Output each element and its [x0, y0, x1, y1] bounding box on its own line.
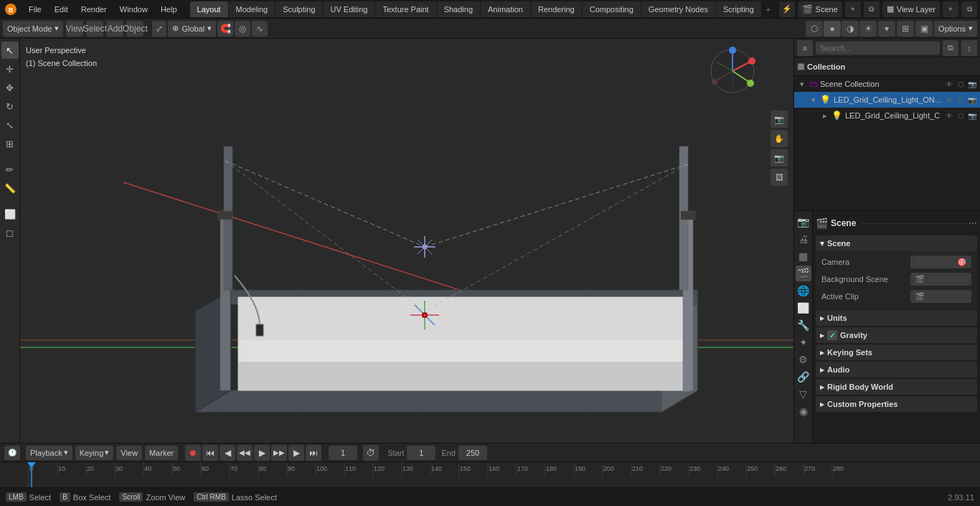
view-menu-btn[interactable]: View: [66, 21, 83, 37]
scene-copy-icon[interactable]: ⧉: [864, 1, 880, 17]
viewport-3d[interactable]: User Perspective (1) Scene Collection X …: [20, 39, 793, 443]
outliner-filter-btn[interactable]: ⧉: [943, 40, 958, 56]
xray-btn[interactable]: ▣: [915, 21, 933, 37]
properties-header-expand-btn[interactable]: ⋯: [969, 218, 977, 228]
proportional-btn[interactable]: ◎: [235, 21, 250, 37]
background-scene-value[interactable]: 🎬: [910, 273, 971, 286]
view-btn[interactable]: View: [116, 446, 142, 460]
outliner-view-btn[interactable]: ≡: [797, 40, 813, 56]
scene-section-header[interactable]: ▾ Scene: [816, 235, 977, 251]
activity-icon[interactable]: ⚡: [779, 1, 795, 17]
options-dropdown[interactable]: Options ▾: [934, 21, 977, 37]
item1-visibility-icon[interactable]: 👁: [944, 95, 954, 105]
view-layer-selector[interactable]: ▦ View Layer: [882, 1, 940, 17]
item1-viewport-icon[interactable]: ⬡: [956, 95, 966, 105]
item2-visibility-icon[interactable]: 👁: [944, 111, 954, 121]
render-btn[interactable]: 🖼: [771, 169, 788, 186]
object-props-icon[interactable]: ⬜: [796, 300, 811, 316]
record-btn[interactable]: ⏺: [185, 445, 201, 461]
material-props-icon[interactable]: ◉: [796, 403, 811, 419]
scene-props-icon[interactable]: 🎬: [796, 266, 811, 281]
add-cube-btn[interactable]: ⬜: [1, 205, 19, 222]
data-props-icon[interactable]: ▽: [796, 386, 811, 402]
constraints-props-icon[interactable]: 🔗: [796, 369, 811, 385]
rotate-tool-btn[interactable]: ↻: [1, 98, 19, 115]
view-layer-props-icon[interactable]: ▦: [796, 248, 811, 264]
outliner-item-led-2[interactable]: ▸ 💡 LED_Grid_Ceiling_Light_C 👁 ⬡ 📷: [794, 108, 980, 123]
keying-sets-header[interactable]: ▸ Keying Sets: [816, 345, 977, 360]
menu-file[interactable]: File: [23, 1, 47, 17]
wireframe-btn[interactable]: ⬡: [806, 21, 823, 37]
copy-view-layer-icon[interactable]: ⧉: [961, 1, 977, 17]
menu-render[interactable]: Render: [75, 1, 113, 17]
tab-shading[interactable]: Shading: [437, 1, 480, 17]
render-preview-btn[interactable]: ☀: [859, 21, 877, 37]
outliner-item-led-1[interactable]: ▾ 💡 LED_Grid_Ceiling_Light_ON_0 👁 ⬡ 📷: [794, 92, 980, 108]
active-clip-value[interactable]: 🎬: [910, 290, 971, 303]
next-frame-btn[interactable]: ▶: [288, 445, 304, 461]
add-plane-btn[interactable]: ◻: [1, 224, 19, 241]
end-frame-input[interactable]: [458, 446, 487, 460]
overlay-btn[interactable]: ⊞: [897, 21, 914, 37]
item2-viewport-icon[interactable]: ⬡: [956, 111, 966, 121]
tab-modeling[interactable]: Modeling: [229, 1, 275, 17]
new-scene-icon[interactable]: +: [845, 1, 861, 17]
curve-btn[interactable]: ∿: [252, 21, 268, 37]
playback-btn[interactable]: Playback ▾: [26, 446, 72, 460]
audio-section-header[interactable]: ▸ Audio: [816, 362, 977, 378]
start-frame-input[interactable]: [407, 446, 435, 460]
transform-tool-btn[interactable]: ⊞: [1, 135, 19, 152]
tab-animation[interactable]: Animation: [481, 1, 530, 17]
viewport-icon[interactable]: ⬡: [956, 79, 966, 89]
measure-btn[interactable]: 📏: [1, 179, 19, 197]
tab-layout[interactable]: Layout: [190, 1, 228, 17]
camera-perspective-btn[interactable]: 📷: [771, 149, 788, 167]
menu-help[interactable]: Help: [155, 1, 183, 17]
item1-render-icon[interactable]: 📷: [967, 95, 977, 105]
annotate-btn[interactable]: ✏: [1, 161, 19, 178]
scale-tool-btn[interactable]: ⤡: [1, 116, 19, 133]
menu-edit[interactable]: Edit: [49, 1, 74, 17]
camera-view-btn[interactable]: 📷: [771, 111, 788, 128]
new-view-layer-icon[interactable]: +: [943, 1, 958, 17]
timeline-type-btn[interactable]: 🕐: [4, 446, 20, 460]
tab-uv-editing[interactable]: UV Editing: [323, 1, 374, 17]
world-props-icon[interactable]: 🌐: [796, 283, 811, 299]
tab-texture-paint[interactable]: Texture Paint: [375, 1, 435, 17]
output-props-icon[interactable]: 🖨: [796, 231, 811, 247]
skip-start-btn[interactable]: ⏮: [202, 445, 218, 461]
material-preview-btn[interactable]: ◑: [842, 21, 859, 37]
prev-frame-btn[interactable]: ◀: [220, 445, 235, 461]
menu-window[interactable]: Window: [114, 1, 154, 17]
play-forward-btn[interactable]: ▶▶: [271, 445, 287, 461]
hand-tool-btn[interactable]: ✋: [771, 130, 788, 147]
add-workspace-button[interactable]: +: [762, 1, 775, 17]
navigation-gizmo[interactable]: X Y Z: [707, 46, 758, 96]
object-mode-dropdown[interactable]: Object Mode ▾: [3, 21, 63, 37]
pivot-dropdown[interactable]: ⊕ Global ▾: [168, 21, 216, 37]
item2-render-icon[interactable]: 📷: [967, 111, 977, 121]
select-menu-btn[interactable]: Select: [86, 21, 103, 37]
object-menu-btn[interactable]: Object: [126, 21, 143, 37]
snap-btn[interactable]: 🧲: [217, 21, 233, 37]
visibility-icon[interactable]: 👁: [944, 79, 954, 89]
render-icon[interactable]: 📷: [967, 79, 977, 89]
gravity-checkbox[interactable]: ✓: [827, 330, 837, 340]
outliner-scene-collection[interactable]: ▾ 🗃 Scene Collection 👁 ⬡ 📷: [794, 76, 980, 92]
camera-value[interactable]: ▦ 🎯: [910, 256, 971, 268]
shading-options-btn[interactable]: ▾: [878, 21, 895, 37]
camera-pick-icon[interactable]: 🎯: [957, 258, 967, 267]
marker-btn[interactable]: Marker: [145, 446, 178, 460]
tab-geometry-nodes[interactable]: Geometry Nodes: [641, 1, 715, 17]
cursor-tool-btn[interactable]: ✛: [1, 60, 19, 78]
outliner-search-input[interactable]: [816, 42, 940, 55]
particles-props-icon[interactable]: ✦: [796, 334, 811, 350]
tab-scripting[interactable]: Scripting: [716, 1, 761, 17]
modifier-props-icon[interactable]: 🔧: [796, 317, 811, 333]
play-reverse-btn[interactable]: ◀◀: [237, 445, 253, 461]
blender-logo[interactable]: B: [3, 1, 19, 17]
solid-btn[interactable]: ●: [824, 21, 841, 37]
skip-end-btn[interactable]: ⏭: [306, 445, 321, 461]
add-menu-btn[interactable]: Add: [106, 21, 123, 37]
tab-rendering[interactable]: Rendering: [531, 1, 582, 17]
